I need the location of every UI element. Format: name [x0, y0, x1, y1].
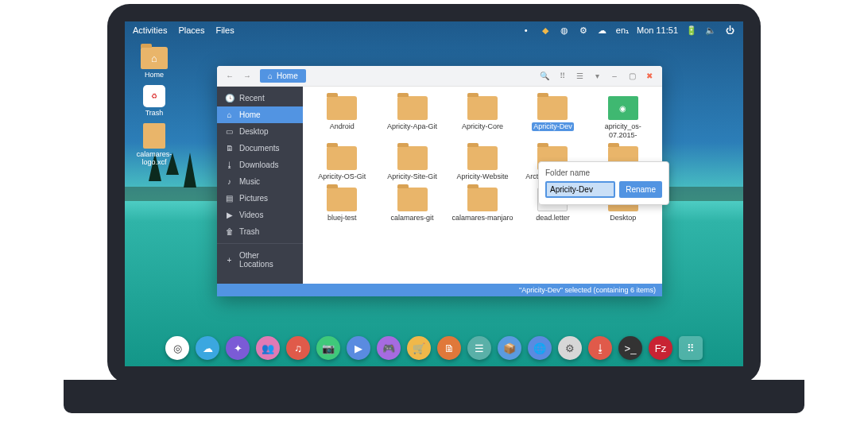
- sidebar-downloads[interactable]: ⭳Downloads: [217, 157, 303, 173]
- power-icon[interactable]: ⏻: [724, 25, 735, 36]
- volume-icon[interactable]: 🔈: [705, 25, 716, 36]
- sidebar-documents[interactable]: 🗎Documents: [217, 140, 303, 157]
- dock-camera[interactable]: 📷: [316, 336, 340, 360]
- sidebar-desktop[interactable]: ▭Desktop: [217, 123, 303, 140]
- dock-contacts[interactable]: 👥: [256, 336, 280, 360]
- topbar-activities[interactable]: Activities: [133, 25, 167, 35]
- sidebar-pictures[interactable]: ▤Pictures: [217, 190, 303, 207]
- topbar-files[interactable]: Files: [215, 25, 234, 35]
- view-options-button[interactable]: ▾: [589, 69, 605, 83]
- sidebar-videos[interactable]: ▶Videos: [217, 207, 303, 223]
- dock-weather[interactable]: ☁: [196, 336, 219, 360]
- view-list-button[interactable]: ☰: [572, 69, 587, 83]
- file-apricity-site-git[interactable]: Apricity-Site-Git: [379, 145, 444, 183]
- file-apricity-os-git[interactable]: Apricity-OS-Git: [309, 145, 374, 183]
- network-icon[interactable]: ◍: [559, 25, 570, 36]
- clock[interactable]: Mon 11:51: [637, 25, 678, 35]
- dock: ◎☁✦👥♫📷▶🎮🛒🗎☰📦🌐⚙⭳>_Fz⠿: [165, 336, 703, 360]
- topbar-places[interactable]: Places: [178, 25, 204, 35]
- dock-video[interactable]: ▶: [347, 336, 370, 360]
- keyboard-indicator[interactable]: en₁: [616, 25, 629, 36]
- popover-label: Folder name: [545, 168, 662, 177]
- dock-docs[interactable]: 🗎: [437, 336, 461, 360]
- notification-icon[interactable]: ☁: [597, 25, 608, 36]
- top-panel: ActivitiesPlacesFiles • ◆ ◍ ⚙ ☁ en₁ Mon …: [125, 21, 743, 39]
- file-bluej-test[interactable]: bluej-test: [309, 186, 374, 224]
- dock-music[interactable]: ♫: [286, 336, 310, 360]
- sidebar-trash[interactable]: 🗑Trash: [217, 223, 303, 240]
- window-titlebar[interactable]: ← → ⌂ Home 🔍 ⠿ ☰ ▾ – ▢ ✖: [217, 66, 662, 87]
- dock-chrome[interactable]: ◎: [165, 336, 189, 360]
- home-icon: ⌂: [268, 72, 273, 80]
- desktop-screen: ActivitiesPlacesFiles • ◆ ◍ ⚙ ☁ en₁ Mon …: [125, 21, 743, 366]
- status-bar: "Apricity-Dev" selected (containing 6 it…: [217, 284, 662, 296]
- minimize-button[interactable]: –: [606, 69, 622, 83]
- file-apricity-core[interactable]: Apricity-Core: [450, 95, 515, 141]
- rename-button[interactable]: Rename: [619, 181, 662, 198]
- file-calamares-git[interactable]: calamares-git: [379, 186, 444, 224]
- dock-filezilla[interactable]: Fz: [649, 336, 672, 360]
- desktop-trash[interactable]: ♻Trash: [136, 85, 172, 117]
- search-button[interactable]: 🔍: [537, 69, 552, 83]
- rename-input[interactable]: [545, 181, 615, 198]
- sidebar-other-locations[interactable]: +Other Locations: [217, 247, 303, 273]
- rename-popover: Folder name Rename: [538, 161, 669, 205]
- dock-browser[interactable]: 🌐: [528, 336, 552, 360]
- forward-button[interactable]: →: [239, 69, 255, 83]
- dock-settings[interactable]: ⚙: [558, 336, 582, 360]
- dock-apps[interactable]: ⠿: [679, 336, 703, 360]
- sidebar-home[interactable]: ⌂Home: [217, 106, 303, 123]
- maximize-button[interactable]: ▢: [624, 69, 640, 83]
- file-apricity-website[interactable]: Apricity-Website: [450, 145, 515, 183]
- view-grid-button[interactable]: ⠿: [554, 69, 570, 83]
- dot-icon: •: [521, 25, 532, 36]
- file-calamares-manjaro[interactable]: calamares-manjaro: [450, 186, 515, 224]
- file-apricity-os-07-2015-[interactable]: ◉apricity_os-07.2015-: [591, 95, 656, 141]
- file-apricity-dev[interactable]: Apricity-Dev: [520, 95, 585, 141]
- desktop-calamares-logo[interactable]: calamares-logo.xcf: [136, 123, 172, 166]
- desktop-home[interactable]: ⌂Home: [136, 47, 172, 79]
- dock-update[interactable]: ⭳: [588, 336, 612, 360]
- dock-gaming[interactable]: 🎮: [377, 336, 401, 360]
- file-android[interactable]: Android: [309, 95, 374, 141]
- sidebar-recent[interactable]: 🕓Recent: [217, 90, 303, 106]
- dock-terminal[interactable]: >_: [618, 336, 642, 360]
- update-icon[interactable]: ◆: [540, 25, 551, 36]
- dock-packages[interactable]: 📦: [498, 336, 521, 360]
- battery-icon[interactable]: 🔋: [686, 25, 697, 36]
- file-apricity-apa-git[interactable]: Apricity-Apa-Git: [379, 95, 444, 141]
- back-button[interactable]: ←: [222, 69, 238, 83]
- places-sidebar: 🕓Recent⌂Home▭Desktop🗎Documents⭳Downloads…: [217, 87, 303, 284]
- settings-icon[interactable]: ⚙: [578, 25, 589, 36]
- sidebar-music[interactable]: ♪Music: [217, 173, 303, 190]
- close-button[interactable]: ✖: [641, 69, 657, 83]
- dock-photos[interactable]: ✦: [226, 336, 250, 360]
- dock-notes[interactable]: ☰: [467, 336, 491, 360]
- pathbar-home[interactable]: ⌂ Home: [260, 69, 306, 83]
- dock-store[interactable]: 🛒: [407, 336, 431, 360]
